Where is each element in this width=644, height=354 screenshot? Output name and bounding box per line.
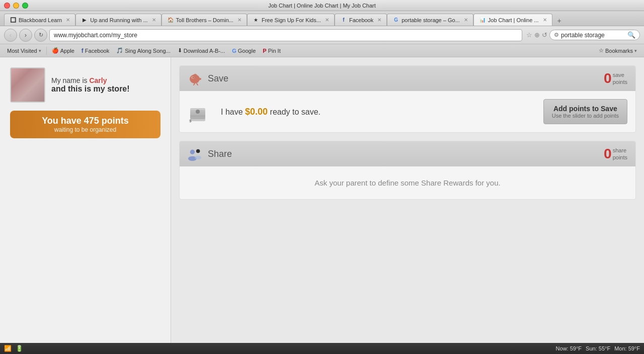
tab-freesignup-label: Free Sign Up For Kids... [262,17,321,23]
tab-facebook-close[interactable]: ✕ [377,17,381,23]
share-section: Share 0 share points Ask your parent to … [179,141,636,200]
avatar-image [10,67,45,103]
bm-bookmarks[interactable]: ☆ Bookmarks ▾ [596,46,640,55]
mon-temp: Mon: 59°F [614,345,640,351]
tab-portablestorage-close[interactable]: ✕ [464,17,468,23]
tab-portablestorage-label: portable storage – Go... [401,17,460,23]
svg-point-2 [193,77,194,78]
svg-point-0 [190,74,200,83]
forward-button[interactable]: › [19,29,32,42]
save-text-after: ready to save. [270,108,321,116]
window-controls[interactable] [4,3,28,9]
main-content: My name is Carly and this is my store! Y… [0,57,644,343]
close-button[interactable] [4,3,10,9]
tab-jobchart-close[interactable]: ✕ [543,17,547,23]
share-section-title: Share [208,149,232,159]
save-points-count: 0 [604,71,612,85]
star-icon[interactable]: ☆ [526,31,532,39]
share-points-label: share points [613,147,627,161]
freesignup-tab-icon: ★ [253,17,260,24]
apple-bm-icon: 🍎 [52,47,59,54]
add-points-button[interactable]: Add points to Save Use the slider to add… [543,99,627,124]
bm-most-visited[interactable]: Most Visited ▾ [4,47,44,55]
address-bar[interactable]: www.myjobchart.com/my_store [49,29,522,41]
bookmarks-arrow-icon: ▾ [634,48,637,53]
tab-freesignup-close[interactable]: ✕ [325,17,329,23]
battery-icon: 🔋 [16,345,23,352]
save-section-body: $ I have $0.00 ready to save. Add points… [180,91,635,132]
back-button[interactable]: ‹ [4,29,17,42]
profile-name: Carly [89,76,107,84]
svg-point-8 [196,110,200,114]
share-message: Ask your parent to define some Share Rew… [188,179,627,187]
search-input[interactable]: portable storage [561,32,625,39]
bookmarks-bar: Most Visited ▾ 🍎 Apple f Facebook 🎵 Sing… [0,44,644,57]
money-stack-icon: $ [188,99,213,124]
tab-uprunning[interactable]: ▶ Up and Running with ... ✕ [75,14,161,26]
save-section-title: Save [208,73,228,84]
search-engine-icon: ⚙ [554,32,559,38]
nav-bar: ‹ › ↻ www.myjobchart.com/my_store ☆ ⊕ ↺ … [0,26,644,44]
save-section-header: Save 0 save points [180,66,635,91]
wifi-icon: 📶 [4,345,12,352]
save-text-before: I have [221,108,243,116]
tollbrothers-tab-icon: 🏠 [167,17,174,24]
bm-facebook[interactable]: f Facebook [78,46,112,55]
tab-freesignup[interactable]: ★ Free Sign Up For Kids... ✕ [247,14,335,26]
window-title: Job Chart | Online Job Chart | My Job Ch… [268,3,376,9]
add-points-btn-sublabel: Use the slider to add points [552,113,619,119]
profile-greeting: My name is Carly [51,76,130,84]
refresh-button[interactable]: ↻ [34,29,47,42]
save-points-label: save points [613,71,627,86]
svg-text:$: $ [189,119,192,123]
save-body-text: I have $0.00 ready to save. [221,107,535,117]
points-banner-main: You have 475 points [42,116,129,126]
apple-bm-label: Apple [60,48,74,54]
sidebar: My name is Carly and this is my store! Y… [0,57,171,343]
bm-google[interactable]: G Google [229,47,259,55]
bm-download[interactable]: ⬇ Download A-B-... [175,46,228,55]
share-points-badge: 0 share points [604,147,627,161]
tab-jobchart-label: Job Chart | Online ... [488,17,539,23]
status-right: Now: 59°F Sun: 55°F Mon: 59°F [556,345,640,351]
tab-portablestorage[interactable]: G portable storage – Go... ✕ [387,14,473,26]
bm-singalong[interactable]: 🎵 Sing Along Song... [113,46,174,55]
minimize-button[interactable] [13,3,19,9]
most-visited-label: Most Visited [7,48,37,54]
now-temp: Now: 59°F [556,345,582,351]
tab-tollbrothers-label: Toll Brothers – Domin... [176,17,233,23]
svg-point-1 [191,76,194,79]
add-points-btn-label: Add points to Save [552,105,619,113]
tab-facebook[interactable]: f Facebook ✕ [335,14,387,26]
tab-blackboard-close[interactable]: ✕ [66,17,70,23]
profile-store-text: and this is my store! [51,84,130,94]
points-banner: You have 475 points waiting to be organi… [10,111,160,138]
maximize-button[interactable] [22,3,28,9]
avatar [10,67,45,103]
title-bar: Job Chart | Online Job Chart | My Job Ch… [0,0,644,11]
search-submit-icon[interactable]: 🔍 [627,31,635,39]
tab-jobchart[interactable]: 📊 Job Chart | Online ... ✕ [473,14,552,26]
save-points-badge: 0 save points [604,71,627,86]
sun-temp: Sun: 55°F [586,345,610,351]
share-points-count: 0 [604,147,612,161]
share-people-icon [188,146,203,161]
bm-pinit[interactable]: P Pin It [260,47,283,55]
tab-uprunning-close[interactable]: ✕ [152,17,156,23]
reload-icon[interactable]: ↺ [542,31,547,39]
new-tab-button[interactable]: + [554,16,565,26]
save-title-wrap: Save [188,71,228,86]
share-section-body: Ask your parent to define some Share Rew… [180,166,635,199]
profile-section: My name is Carly and this is my store! [10,67,160,103]
search-bar[interactable]: ⚙ portable storage 🔍 [549,30,640,40]
bookmark-icon[interactable]: ⊕ [534,31,540,39]
tab-tollbrothers-close[interactable]: ✕ [237,17,242,23]
google-bm-icon: G [232,48,236,54]
portablestorage-tab-icon: G [392,17,399,24]
tab-blackboard[interactable]: 🔲 Blackboard Learn ✕ [4,14,75,26]
profile-text: My name is Carly and this is my store! [51,76,130,94]
tab-tollbrothers[interactable]: 🏠 Toll Brothers – Domin... ✕ [162,14,247,26]
bm-apple[interactable]: 🍎 Apple [49,46,77,55]
svg-rect-3 [199,78,201,80]
google-bm-label: Google [238,48,256,54]
